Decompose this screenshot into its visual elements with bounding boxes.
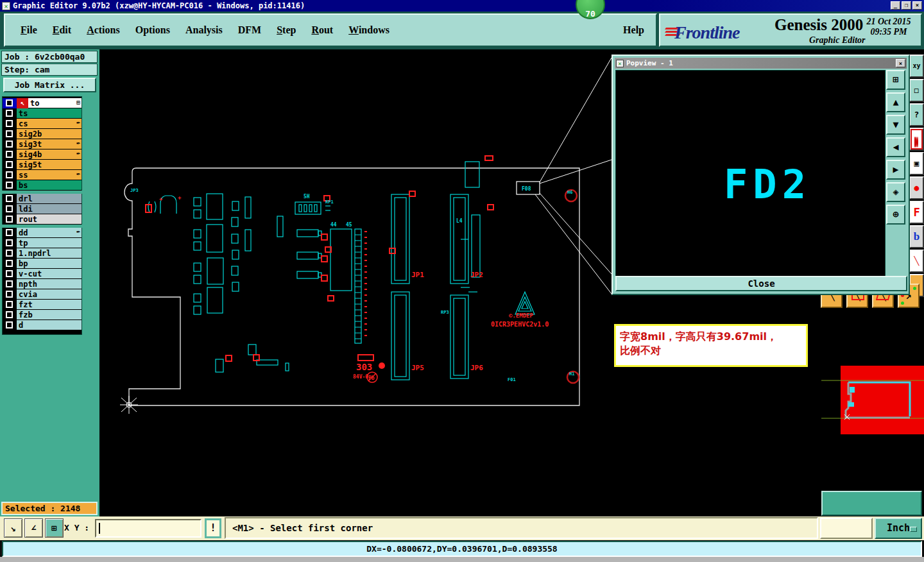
layer-row-cs[interactable]: cs✒	[3, 119, 81, 129]
layer-checkbox[interactable]	[6, 140, 13, 148]
layer-checkbox[interactable]	[6, 110, 13, 117]
xy-readout-button[interactable]: xy	[909, 55, 924, 78]
layer-name[interactable]: bs	[17, 180, 81, 191]
dot-mode-button[interactable]: ●	[909, 176, 924, 200]
layer-checkbox[interactable]	[6, 280, 13, 287]
layer-checkbox[interactable]	[6, 301, 13, 308]
diagonal-measure-button[interactable]: ↘	[4, 518, 22, 538]
layer-row-dd[interactable]: dd✒	[3, 228, 81, 238]
zoom-home-button[interactable]: ⊕	[886, 205, 905, 225]
barcode-button[interactable]: b	[909, 225, 924, 248]
layer-row-npdrl[interactable]: 1.npdrl	[3, 248, 81, 259]
layer-row-tp[interactable]: tp	[3, 238, 81, 248]
layer-checkbox[interactable]	[6, 99, 13, 106]
layer-name[interactable]: sig2b	[17, 129, 81, 139]
layer-row-bs[interactable]: bs	[3, 180, 81, 191]
slope-tool-button[interactable]: ╲	[909, 250, 924, 273]
popview-close-icon[interactable]: ×	[896, 59, 905, 67]
layer-name[interactable]: fzb	[17, 310, 81, 320]
menu-step[interactable]: Step	[277, 24, 296, 36]
layer-row-to[interactable]: ↖ to ⊞	[3, 98, 81, 108]
layer-row-fzb[interactable]: fzb	[3, 310, 81, 320]
layer-row-ts[interactable]: ts	[3, 108, 81, 119]
menu-options[interactable]: Options	[135, 24, 170, 36]
layer-name[interactable]: ss	[17, 170, 81, 180]
zoom-fit-button[interactable]: ◈	[886, 182, 905, 202]
layer-checkbox[interactable]	[6, 311, 13, 318]
layer-name[interactable]: fzt	[17, 300, 81, 310]
menu-rout[interactable]: Rout	[311, 24, 333, 36]
layer-checkbox[interactable]	[6, 130, 13, 137]
zoom-in-button[interactable]: ▲	[886, 92, 905, 112]
shape-tool-button[interactable]: ◻	[909, 79, 924, 102]
pan-right-button[interactable]: ▶	[886, 160, 905, 180]
overview-navigator[interactable]	[821, 312, 924, 490]
layer-row-bp[interactable]: bp	[3, 259, 81, 269]
layer-checkbox[interactable]	[6, 291, 13, 298]
layer-checkbox[interactable]	[6, 151, 13, 158]
layer-checkbox[interactable]	[6, 171, 13, 178]
layer-signal-light-button[interactable]	[909, 128, 924, 151]
minimize-button[interactable]: _	[891, 1, 900, 10]
xy-coordinate-input[interactable]	[95, 519, 201, 538]
menu-analysis[interactable]: Analysis	[185, 24, 223, 36]
layer-name[interactable]: to	[28, 98, 81, 108]
menu-file[interactable]: File	[21, 24, 37, 36]
layer-name[interactable]: cvia	[17, 289, 81, 300]
layer-name[interactable]: v-cut	[17, 269, 81, 279]
units-dropdown[interactable]: Inch	[875, 518, 922, 539]
layer-row-vcut[interactable]: v-cut	[3, 269, 81, 279]
alert-button[interactable]: !	[205, 518, 221, 538]
menu-windows[interactable]: Windows	[348, 24, 389, 36]
close-button[interactable]: ×	[912, 1, 922, 10]
popview-canvas[interactable]: FD2	[615, 70, 886, 277]
layer-name[interactable]: 1.npdrl	[17, 248, 81, 259]
layer-name[interactable]: dd	[17, 228, 81, 238]
popview-title-bar[interactable]: ✕ Popview - 1 ×	[615, 58, 907, 69]
popview-close-button[interactable]: Close	[615, 276, 907, 291]
layer-row-sig5t[interactable]: sig5t	[3, 160, 81, 170]
popview-new-window-button[interactable]: ⊞	[886, 70, 905, 90]
layer-row-npth[interactable]: npth	[3, 279, 81, 289]
layer-name[interactable]: bp	[17, 259, 81, 269]
layer-checkbox[interactable]	[6, 250, 13, 257]
restore-button[interactable]: ❐	[902, 1, 911, 10]
layer-name[interactable]: sig5t	[17, 160, 81, 170]
menu-actions[interactable]: Actions	[87, 24, 120, 36]
layer-checkbox[interactable]	[6, 182, 13, 189]
pan-left-button[interactable]: ◀	[886, 137, 905, 157]
layer-checkbox[interactable]	[6, 161, 13, 168]
layer-name[interactable]: ts	[17, 108, 81, 119]
layer-row-d[interactable]: d	[3, 320, 81, 330]
layer-name[interactable]: d	[17, 320, 81, 330]
menu-dfm[interactable]: DFM	[238, 24, 261, 36]
layer-name[interactable]: drl	[17, 194, 81, 204]
layer-name[interactable]: ldi	[17, 204, 81, 214]
job-matrix-button[interactable]: Job Matrix ...	[3, 78, 96, 92]
layer-checkbox[interactable]	[6, 229, 13, 236]
layer-name[interactable]: npth	[17, 279, 81, 289]
layer-checkbox[interactable]	[6, 205, 13, 212]
layer-row-sig4b[interactable]: sig4b✒	[3, 149, 81, 160]
layer-row-fzt[interactable]: fzt	[3, 300, 81, 310]
zoom-out-button[interactable]: ▼	[886, 115, 905, 135]
angle-measure-button[interactable]: ∠	[24, 518, 43, 538]
layer-checkbox[interactable]	[6, 270, 13, 277]
layer-checkbox[interactable]	[6, 195, 13, 202]
layer-checkbox[interactable]	[6, 239, 13, 246]
layer-name[interactable]: rout	[17, 214, 81, 225]
layer-checkbox[interactable]	[6, 120, 13, 127]
menu-edit[interactable]: Edit	[53, 24, 71, 36]
layer-row-sig2b[interactable]: sig2b	[3, 129, 81, 139]
layer-checkbox[interactable]	[6, 321, 13, 328]
layer-checkbox[interactable]	[6, 260, 13, 267]
layer-checkbox[interactable]	[6, 216, 13, 223]
layer-row-drl[interactable]: drl	[3, 194, 81, 204]
pad-select-button[interactable]: ▣	[909, 152, 924, 175]
layer-name[interactable]: sig4b	[17, 149, 81, 160]
layer-name[interactable]: sig3t	[17, 139, 81, 149]
menu-help[interactable]: Help	[623, 24, 644, 36]
layer-row-cvia[interactable]: cvia	[3, 289, 81, 300]
layer-name[interactable]: tp	[17, 238, 81, 248]
layer-row-ldi[interactable]: ldi	[3, 204, 81, 214]
